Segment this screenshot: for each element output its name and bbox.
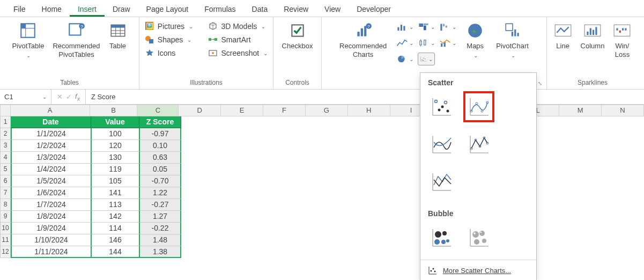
tab-home[interactable]: Home — [34, 2, 70, 17]
cell-date[interactable]: 1/5/2024 — [11, 175, 91, 187]
cell-value[interactable]: 120 — [91, 140, 139, 152]
pivottable-button[interactable]: PivotTable ⌄ — [10, 20, 46, 60]
pivotchart-button[interactable]: PivotChart⌄ — [494, 20, 531, 60]
sparkline-column-button[interactable]: Column — [579, 20, 607, 51]
column-header-N[interactable]: N — [602, 105, 644, 116]
cell-date[interactable]: 1/1/2024 — [11, 128, 91, 140]
cell-value[interactable]: 100 — [91, 128, 139, 140]
cell-zscore[interactable]: 1.48 — [139, 234, 181, 246]
cell-date[interactable]: 1/4/2024 — [11, 164, 91, 175]
row-header[interactable]: 10 — [0, 223, 11, 234]
enter-formula-icon[interactable]: ✓ — [66, 93, 72, 101]
sparkline-winloss-button[interactable]: Win/ Loss — [611, 20, 633, 60]
tab-insert[interactable]: Insert — [70, 2, 105, 17]
select-all-corner[interactable] — [0, 105, 11, 116]
row-header[interactable]: 4 — [0, 152, 11, 164]
row-header[interactable]: 8 — [0, 199, 11, 211]
column-header-H[interactable]: H — [348, 105, 390, 116]
row-header[interactable]: 5 — [0, 164, 11, 175]
cell-zscore[interactable]: -0.70 — [139, 175, 181, 187]
cell-date[interactable]: 1/3/2024 — [11, 152, 91, 164]
row-header[interactable]: 3 — [0, 140, 11, 152]
column-header-F[interactable]: F — [263, 105, 306, 116]
cell-date[interactable]: 1/2/2024 — [11, 140, 91, 152]
scatter-chart-button[interactable]: ⌄ — [418, 53, 435, 65]
cell-zscore[interactable]: 0.10 — [139, 140, 181, 152]
cell-value[interactable]: 113 — [91, 199, 139, 211]
cell-value[interactable]: 130 — [91, 152, 139, 164]
tab-draw[interactable]: Draw — [105, 2, 138, 17]
column-header-M[interactable]: M — [559, 105, 602, 116]
cell-value[interactable]: 142 — [91, 211, 139, 223]
row-header[interactable]: 7 — [0, 187, 11, 199]
tab-data[interactable]: Data — [244, 2, 276, 17]
fx-icon[interactable]: fx — [75, 92, 80, 102]
screenshot-button[interactable]: Screenshot⌄ — [206, 47, 270, 59]
tab-view[interactable]: View — [316, 2, 349, 17]
checkbox-button[interactable]: Checkbox — [280, 20, 315, 51]
cell-zscore[interactable]: -0.97 — [139, 128, 181, 140]
row-header[interactable]: 11 — [0, 234, 11, 246]
cell-value[interactable]: 114 — [91, 223, 139, 234]
cell-zscore[interactable]: 1.27 — [139, 211, 181, 223]
hierarchy-chart-button[interactable]: ⌄ — [418, 20, 435, 33]
recommended-charts-button[interactable]: ? Recommended Charts — [337, 20, 389, 60]
waterfall-chart-button[interactable]: ⌄ — [439, 20, 456, 33]
column-header-C[interactable]: C — [137, 105, 179, 116]
charts-dialog-launcher[interactable]: ⤡ — [538, 80, 545, 88]
cell-date[interactable]: 1/9/2024 — [11, 223, 91, 234]
cell-zscore[interactable]: 1.38 — [139, 246, 181, 258]
cell-date[interactable]: 1/7/2024 — [11, 199, 91, 211]
cell-zscore[interactable]: 1.22 — [139, 187, 181, 199]
recommended-pivottables-button[interactable]: ? Recommended PivotTables — [50, 20, 102, 60]
line-chart-button[interactable]: ⌄ — [396, 36, 413, 49]
combo-chart-button[interactable]: ⌄ — [439, 36, 456, 49]
row-header[interactable]: 6 — [0, 175, 11, 187]
column-header-D[interactable]: D — [179, 105, 221, 116]
tab-developer[interactable]: Developer — [349, 2, 399, 17]
cell-date[interactable]: 1/11/2024 — [11, 246, 91, 258]
scatter-markers-only[interactable] — [428, 93, 455, 120]
scatter-straight-lines[interactable] — [428, 168, 455, 195]
cancel-formula-icon[interactable]: ✕ — [57, 93, 63, 101]
cell-date[interactable]: 1/8/2024 — [11, 211, 91, 223]
pictures-button[interactable]: 🖼️Pictures⌄ — [143, 20, 196, 32]
name-box[interactable]: C1⌄ — [0, 90, 51, 104]
bubble-3d-chart[interactable] — [465, 224, 492, 251]
cell-date[interactable]: 1/10/2024 — [11, 234, 91, 246]
column-header-B[interactable]: B — [90, 105, 138, 116]
cell-value[interactable]: 146 — [91, 234, 139, 246]
row-header[interactable]: 9 — [0, 211, 11, 223]
column-header-G[interactable]: G — [306, 105, 348, 116]
sparkline-line-button[interactable]: Line — [552, 20, 574, 51]
cell-value[interactable]: 144 — [91, 246, 139, 258]
statistic-chart-button[interactable]: ⌄ — [418, 36, 435, 49]
3d-models-button[interactable]: 3D Models⌄ — [206, 20, 270, 32]
cell-zscore[interactable]: 0.05 — [139, 164, 181, 175]
column-header-E[interactable]: E — [221, 105, 263, 116]
cell-zscore[interactable]: -0.27 — [139, 199, 181, 211]
bubble-chart[interactable] — [428, 224, 455, 251]
header-value[interactable]: Value — [91, 116, 139, 128]
tab-formulas[interactable]: Formulas — [196, 2, 243, 17]
cell-zscore[interactable]: -0.22 — [139, 223, 181, 234]
scatter-smooth-lines[interactable] — [428, 131, 455, 158]
row-header[interactable]: 12 — [0, 246, 11, 258]
header-date[interactable]: Date — [11, 116, 91, 128]
table-button[interactable]: Table — [107, 20, 129, 51]
column-header-A[interactable]: A — [11, 105, 90, 116]
tab-page-layout[interactable]: Page Layout — [138, 2, 197, 17]
tab-file[interactable]: File — [5, 2, 34, 17]
cell-value[interactable]: 105 — [91, 175, 139, 187]
scatter-straight-lines-markers[interactable] — [465, 131, 492, 158]
formula-bar-input[interactable]: Z Score — [86, 93, 644, 101]
scatter-smooth-lines-markers[interactable] — [465, 93, 492, 120]
tab-review[interactable]: Review — [276, 2, 316, 17]
maps-button[interactable]: Maps⌄ — [464, 20, 486, 60]
shapes-button[interactable]: Shapes⌄ — [143, 34, 196, 46]
smartart-button[interactable]: SmartArt — [206, 34, 270, 46]
pie-chart-button[interactable]: ⌄ — [396, 53, 413, 65]
cell-date[interactable]: 1/6/2024 — [11, 187, 91, 199]
row-header[interactable]: 1 — [0, 116, 11, 128]
cell-value[interactable]: 119 — [91, 164, 139, 175]
